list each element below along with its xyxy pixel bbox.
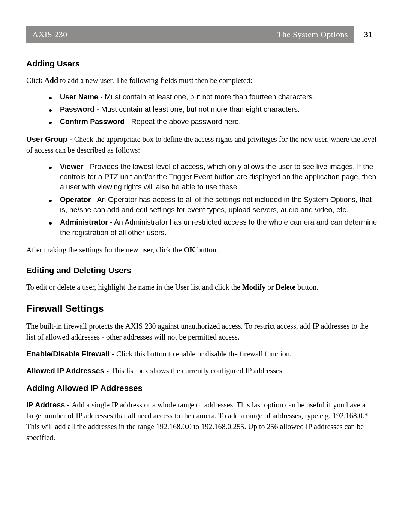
list-item: User Name - Must contain at least one, b… <box>60 92 379 102</box>
page: AXIS 230 The System Options 31 Adding Us… <box>0 0 405 532</box>
header-section-title: The System Options <box>138 26 354 43</box>
text-fragment: To edit or delete a user, highlight the … <box>26 283 242 291</box>
group-name: Operator <box>60 195 91 204</box>
list-item: Confirm Password - Repeat the above pass… <box>60 117 379 127</box>
text-fragment: After making the settings for the new us… <box>26 246 184 254</box>
edit-delete-text: To edit or delete a user, highlight the … <box>26 282 379 293</box>
text-fragment: Click <box>26 76 44 84</box>
enable-disable-paragraph: Enable/Disable Firewall - Click this but… <box>26 349 379 359</box>
section-adding-users: Adding Users Click Add to add a new user… <box>26 58 379 255</box>
ip-address-text: Add a single IP address or a whole range… <box>26 401 368 442</box>
enable-disable-text: Click this button to enable or disable t… <box>116 350 292 358</box>
add-label: Add <box>44 76 58 84</box>
group-name: Administrator <box>60 218 108 226</box>
heading-editing-deleting: Editing and Deleting Users <box>26 264 379 277</box>
user-group-paragraph: User Group - Check the appropriate box t… <box>26 134 379 156</box>
allowed-ip-label: Allowed IP Addresses - <box>26 367 111 375</box>
text-fragment: to add a new user. The following fields … <box>58 76 252 84</box>
after-settings-text: After making the settings for the new us… <box>26 245 379 255</box>
enable-disable-label: Enable/Disable Firewall - <box>26 350 116 358</box>
heading-adding-users: Adding Users <box>26 58 379 70</box>
text-fragment: or <box>266 283 276 291</box>
heading-adding-allowed-ip: Adding Allowed IP Addresses <box>26 382 379 394</box>
firewall-intro: The built-in firewall protects the AXIS … <box>26 321 379 343</box>
field-list: User Name - Must contain at least one, b… <box>26 92 379 127</box>
field-desc: - Must contain at least one, but not mor… <box>94 105 300 113</box>
user-group-text: Check the appropriate box to define the … <box>26 135 376 154</box>
text-fragment: button. <box>195 246 218 254</box>
user-group-list: Viewer - Provides the lowest level of ac… <box>26 162 379 238</box>
adding-users-intro: Click Add to add a new user. The followi… <box>26 75 379 86</box>
user-group-label: User Group - <box>26 135 74 143</box>
heading-firewall-settings: Firewall Settings <box>26 302 379 316</box>
group-desc: - An Operator has access to all of the s… <box>60 195 372 214</box>
ip-address-label: IP Address - <box>26 401 72 409</box>
ok-label: OK <box>184 246 195 254</box>
list-item: Password - Must contain at least one, bu… <box>60 104 379 114</box>
field-desc: - Must contain at least one, but not mor… <box>98 93 315 101</box>
section-firewall: Firewall Settings The built-in firewall … <box>26 302 379 443</box>
field-desc: - Repeat the above password here. <box>124 117 241 126</box>
text-fragment: button. <box>296 283 318 291</box>
group-desc: - Provides the lowest level of access, w… <box>60 162 376 191</box>
page-number: 31 <box>354 26 379 43</box>
list-item: Administrator - An Administrator has unr… <box>60 217 379 238</box>
allowed-ip-text: This list box shows the currently config… <box>111 367 284 375</box>
delete-label: Delete <box>276 283 296 291</box>
list-item: Viewer - Provides the lowest level of ac… <box>60 162 379 192</box>
list-item: Operator - An Operator has access to all… <box>60 195 379 215</box>
section-editing-deleting: Editing and Deleting Users To edit or de… <box>26 264 379 293</box>
allowed-ip-paragraph: Allowed IP Addresses - This list box sho… <box>26 365 379 376</box>
modify-label: Modify <box>242 283 266 291</box>
header-product-name: AXIS 230 <box>26 26 138 43</box>
field-name: User Name <box>60 93 98 101</box>
ip-address-paragraph: IP Address - Add a single IP address or … <box>26 400 379 443</box>
field-name: Password <box>60 105 94 113</box>
group-name: Viewer <box>60 162 84 171</box>
page-header: AXIS 230 The System Options 31 <box>26 26 379 43</box>
field-name: Confirm Password <box>60 117 124 126</box>
